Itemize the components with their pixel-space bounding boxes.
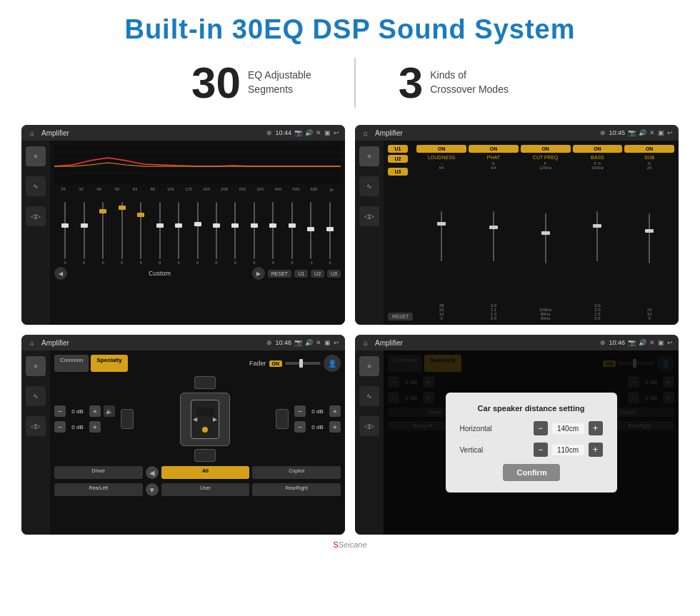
sidebar-vol-btn-4[interactable]: ◁▷ [359,416,379,436]
dialog-screen-content: ≡ ∿ ◁▷ Common Specialty ON [355,350,679,535]
plus-btn-2[interactable]: + [89,421,101,433]
plus-btn-3[interactable]: + [329,405,341,417]
topbar-icons-crossover: ⊕ 10:45 📷 🔊 ✕ ▣ ↩ [600,129,673,136]
dialog-horizontal-row: Horizontal − 140cm + [460,421,603,435]
left-arrow-btn[interactable]: ◀ [146,466,159,479]
cam-icon-4: 📷 [628,339,636,346]
watermark-text: Seicane [339,540,367,549]
home-icon[interactable]: ⌂ [27,128,37,138]
user-profile-icon[interactable]: 👤 [324,355,341,372]
home-icon-4[interactable]: ⌂ [361,338,371,348]
sidebar-eq-btn-4[interactable]: ≡ [359,356,379,376]
fader-horiz-control [285,362,321,365]
home-icon-2[interactable]: ⌂ [361,128,371,138]
sidebar-vol-btn-3[interactable]: ◁▷ [26,416,46,436]
vertical-label: Vertical [460,446,484,454]
eq-u3-btn[interactable]: U3 [327,270,341,278]
channel-phat: ON PHAT G 64 3.0 2.1 1.3 0.5 [469,145,519,320]
fader-4: 0 [112,202,131,265]
fader-5: 5 [131,202,150,265]
minus-btn-3[interactable]: − [294,405,306,417]
eq-u1-btn[interactable]: U1 [294,270,308,278]
tab-common[interactable]: Common [54,355,89,372]
car-diagram: ◀ ▶ [121,376,289,462]
nav-left-arrow[interactable]: ◀ [193,416,197,423]
stat-item-crossover: 3 Kinds of Crossover Modes [356,61,551,105]
confirm-button[interactable]: Confirm [503,464,560,481]
screen-icon-2: ▣ [658,129,664,136]
rear-left-btn[interactable]: RearLeft [54,483,143,496]
back-icon-3: ↩ [334,339,339,346]
eq-reset-btn[interactable]: RESET [268,270,291,278]
sidebar-eq-btn-2[interactable]: ≡ [359,146,379,166]
back-icon-4: ↩ [667,339,673,346]
close-icon-4: ✕ [649,339,655,346]
crossover-reset-btn[interactable]: RESET [388,313,413,320]
vertical-plus-btn[interactable]: + [589,443,603,457]
nav-right-arrow[interactable]: ▶ [213,416,217,423]
u2-btn[interactable]: U2 [388,155,408,163]
sidebar-wave-btn-4[interactable]: ∿ [359,386,379,406]
channels-area: ON LOUDNESS ~ 64 48 32 16 0 [416,145,674,320]
sidebar-wave-btn[interactable]: ∿ [26,176,46,196]
down-arrow-btn[interactable]: ▼ [146,483,159,496]
speaker-tabs: Common Specialty Fader ON 👤 [54,355,341,372]
dialog-left-sidebar: ≡ ∿ ◁▷ [355,350,384,535]
db-value-2: 0 dB [69,424,86,430]
vertical-minus-btn[interactable]: − [534,443,548,457]
db-row-2: − 0 dB + [54,421,115,433]
eq-graph-svg [54,145,341,184]
cutfreq-fader [545,213,546,263]
sidebar-vol-btn-2[interactable]: ◁▷ [359,206,379,226]
svg-rect-0 [54,145,341,184]
topbar-title-crossover: Amplifier [375,129,596,137]
sidebar-wave-btn-2[interactable]: ∿ [359,176,379,196]
fader-9: 0 [207,202,226,265]
screen-icon-3: ▣ [324,339,331,346]
channel-loudness: ON LOUDNESS ~ 64 48 32 16 0 [416,145,466,320]
close-icon-3: ✕ [316,339,321,346]
dialog-vertical-row: Vertical − 110cm + [460,443,603,457]
stat-text-crossover: Kinds of Crossover Modes [430,69,509,96]
all-btn[interactable]: All [161,466,250,479]
sidebar-eq-btn[interactable]: ≡ [26,146,46,166]
vol-icon-4: 🔊 [639,339,646,346]
topbar-crossover: ⌂ Amplifier ⊕ 10:45 📷 🔊 ✕ ▣ ↩ [355,125,679,141]
car-body: ◀ ▶ [180,393,230,446]
sidebar-wave-btn-3[interactable]: ∿ [26,386,46,406]
screen-speaker: ⌂ Amplifier ⊕ 10:46 📷 🔊 ✕ ▣ ↩ ≡ ∿ ◁▷ [21,335,345,535]
minus-btn-4[interactable]: − [294,421,306,433]
cam-icon-3: 📷 [294,339,302,346]
driver-btn[interactable]: Driver [54,466,143,479]
horizontal-minus-btn[interactable]: − [534,421,548,435]
sidebar-eq-btn-3[interactable]: ≡ [26,356,46,376]
home-icon-3[interactable]: ⌂ [27,338,37,348]
eq-prev-btn[interactable]: ◀ [54,267,67,280]
tab-specialty[interactable]: Specialty [91,355,127,372]
camera-icon: 📷 [294,129,302,136]
horizontal-plus-btn[interactable]: + [589,421,603,435]
u1-btn[interactable]: U1 [388,145,408,153]
screens-grid: ⌂ Amplifier ⊕ 10:44 📷 🔊 ✕ ▣ ↩ ≡ ∿ ◁▷ [21,125,679,535]
u3-btn[interactable]: U3 [388,168,408,176]
eq-next-btn[interactable]: ▶ [252,267,265,280]
rear-right-btn[interactable]: RearRight [252,483,341,496]
minus-btn-2[interactable]: − [54,421,66,433]
eq-faders-row: 0 0 0 0 [54,193,341,265]
fader-14: -1 [301,202,320,265]
sidebar-vol-btn[interactable]: ◁▷ [26,206,46,226]
cam-icon-2: 📷 [628,129,636,136]
fader-15: -1 [321,202,339,265]
crossover-screen-content: ≡ ∿ ◁▷ U1 U2 U3 RESET [355,141,679,325]
speaker-main-area: Common Specialty Fader ON 👤 [50,350,345,535]
vol-icon-2: 🔊 [639,129,646,136]
minus-btn-1[interactable]: − [54,405,66,417]
speaker-left [121,409,134,429]
sub-label: ON [624,145,674,153]
eq-u2-btn[interactable]: U2 [311,270,324,278]
plus-btn-4[interactable]: + [329,421,341,433]
plus-btn-1[interactable]: + [89,405,101,417]
copilot-btn[interactable]: Copilot [252,466,341,479]
user-btn[interactable]: User [161,483,250,496]
bass-fader [596,211,598,261]
